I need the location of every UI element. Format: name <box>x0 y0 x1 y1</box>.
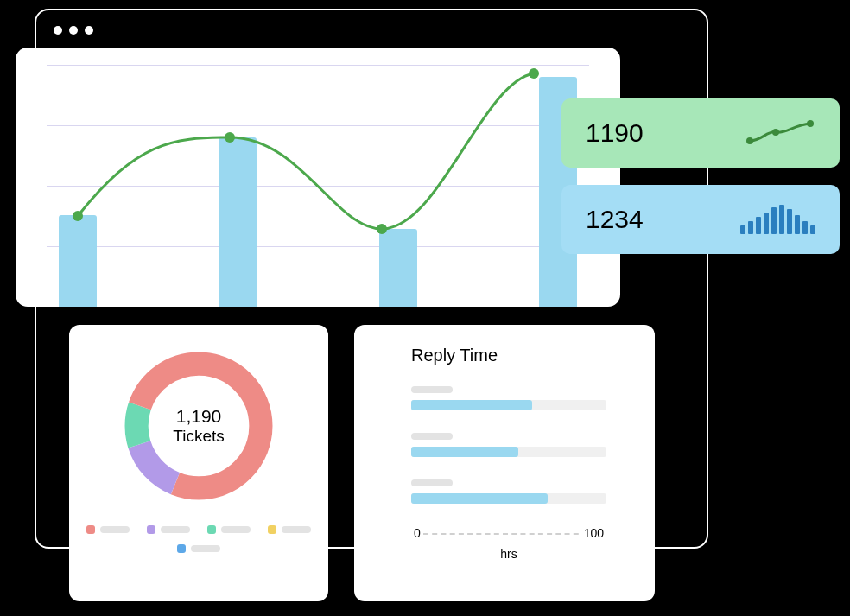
reply-axis: 0 100 <box>411 526 606 540</box>
window-dot-icon <box>54 26 62 35</box>
sparkline-icon <box>746 120 815 146</box>
window-dot-icon <box>69 26 78 35</box>
metric-card-line: 1190 <box>561 98 840 168</box>
svg-point-4 <box>746 137 753 144</box>
label-placeholder <box>411 433 453 440</box>
reply-row <box>411 479 629 504</box>
donut-label: Tickets <box>173 427 224 446</box>
legend-item <box>268 525 311 534</box>
metric-value: 1190 <box>586 118 644 148</box>
legend-item <box>147 525 190 534</box>
axis-min: 0 <box>411 526 423 540</box>
reply-row <box>411 433 629 457</box>
label-placeholder <box>411 479 453 486</box>
reply-time-card: Reply Time 0 100 hrs <box>354 325 655 601</box>
bar <box>59 215 97 307</box>
progress-track <box>411 447 606 457</box>
tickets-donut-card: 1,190 Tickets <box>69 325 328 601</box>
bar <box>379 229 417 307</box>
metric-value: 1234 <box>586 205 644 234</box>
label-placeholder <box>411 386 453 393</box>
reply-time-title: Reply Time <box>411 346 629 365</box>
donut-legend <box>86 525 311 553</box>
window-dot-icon <box>85 26 93 35</box>
legend-item <box>177 544 220 553</box>
axis-max: 100 <box>581 526 606 540</box>
donut-chart: 1,190 Tickets <box>117 344 281 508</box>
bar <box>219 137 257 307</box>
svg-point-5 <box>772 129 779 136</box>
bar-series <box>59 65 577 307</box>
progress-track <box>411 400 606 410</box>
legend-item <box>86 525 130 534</box>
donut-number: 1,190 <box>173 406 224 427</box>
reply-row <box>411 386 629 410</box>
progress-track <box>411 493 606 504</box>
metric-card-bars: 1234 <box>561 185 840 254</box>
donut-center-label: 1,190 Tickets <box>173 406 224 446</box>
svg-point-6 <box>807 120 814 127</box>
mini-bar-icon <box>740 205 815 234</box>
main-chart-card <box>16 48 620 307</box>
legend-item <box>207 525 251 534</box>
window-controls <box>54 26 93 35</box>
reply-unit: hrs <box>411 547 606 561</box>
